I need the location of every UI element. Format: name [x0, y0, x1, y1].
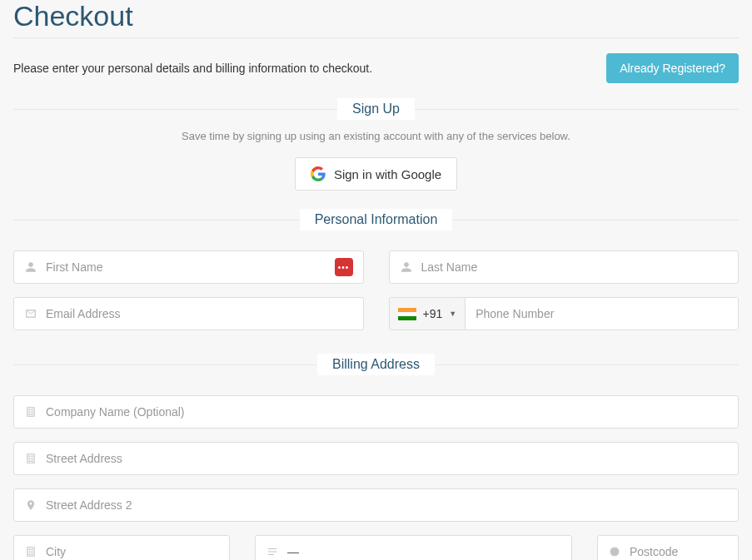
phone-country-selector[interactable]: +91 ▼: [390, 298, 466, 330]
city-input[interactable]: [46, 545, 219, 558]
autofill-badge-icon[interactable]: •••: [335, 258, 353, 276]
map-pin-icon: [24, 499, 37, 511]
india-flag-icon: [398, 308, 416, 320]
person-icon: [400, 261, 413, 273]
first-name-input[interactable]: [46, 260, 335, 274]
billing-section-header: Billing Address: [13, 354, 739, 375]
phone-input[interactable]: [466, 298, 738, 330]
state-field[interactable]: —: [255, 535, 572, 560]
subtitle-row: Please enter your personal details and b…: [13, 38, 739, 98]
personal-section-header: Personal Information: [13, 209, 739, 230]
personal-heading: Personal Information: [300, 209, 453, 230]
street1-input[interactable]: [46, 452, 728, 465]
chevron-down-icon: ▼: [449, 310, 456, 318]
google-signin-button[interactable]: Sign in with Google: [295, 157, 457, 191]
envelope-icon: [24, 308, 37, 320]
signup-section-header: Sign Up: [13, 98, 739, 120]
building-icon: [24, 453, 37, 464]
phone-field[interactable]: +91 ▼: [389, 297, 740, 330]
person-icon: [24, 261, 37, 273]
last-name-input[interactable]: [421, 260, 729, 274]
subtitle-text: Please enter your personal details and b…: [13, 62, 372, 75]
email-input[interactable]: [46, 307, 353, 320]
phone-code: +91: [423, 307, 443, 320]
postcode-input[interactable]: [630, 545, 752, 558]
list-icon: [266, 546, 279, 558]
street2-field[interactable]: [13, 488, 739, 522]
email-field[interactable]: [13, 297, 364, 330]
already-registered-button[interactable]: Already Registered?: [606, 53, 739, 83]
certificate-icon: [608, 546, 621, 558]
building-icon: [24, 406, 37, 418]
signup-heading: Sign Up: [337, 98, 415, 120]
first-name-field[interactable]: •••: [13, 250, 364, 284]
postcode-field[interactable]: •••: [597, 535, 739, 560]
social-signin-row: Sign in with Google: [13, 157, 739, 191]
company-field[interactable]: [13, 395, 739, 429]
street1-field[interactable]: [13, 442, 739, 475]
street2-input[interactable]: [46, 498, 728, 512]
city-field[interactable]: [13, 535, 230, 560]
state-value: —: [287, 545, 561, 558]
google-signin-label: Sign in with Google: [334, 167, 441, 181]
billing-heading: Billing Address: [317, 354, 435, 375]
signup-help-text: Save time by signing up using an existin…: [13, 130, 739, 142]
google-icon: [311, 166, 326, 181]
building-icon: [24, 546, 37, 558]
last-name-field[interactable]: [389, 250, 740, 284]
company-input[interactable]: [46, 405, 728, 419]
page-title: Checkout: [13, 0, 739, 32]
